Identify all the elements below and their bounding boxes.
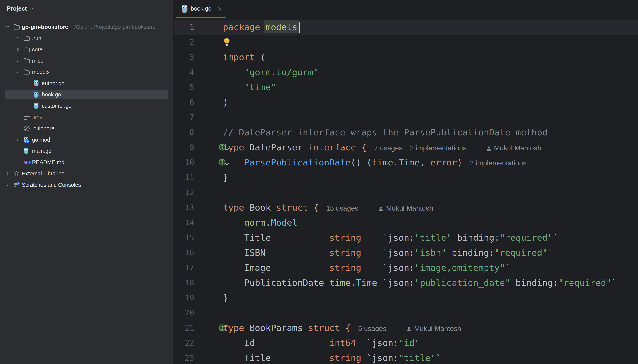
tree-item-models[interactable]: models	[0, 66, 173, 78]
inlay-hint[interactable]: 5 usages	[358, 325, 386, 332]
scratches-icon	[13, 182, 20, 188]
tree-item-misc[interactable]: misc	[0, 55, 173, 66]
go-file-icon	[23, 148, 29, 154]
author-icon	[378, 206, 384, 212]
code-token: }	[223, 172, 228, 182]
code-token: `	[611, 278, 617, 288]
code-token: binding:	[452, 232, 500, 243]
tree-item-core[interactable]: core	[0, 44, 173, 55]
code-line-17[interactable]: Image string `json:"image,omitempty"`	[223, 260, 638, 275]
code-token: Id	[223, 338, 329, 348]
code-token: "required"	[494, 248, 547, 258]
editor-area[interactable]: book.go 1package models23import (4 "gorm…	[174, 0, 638, 364]
code-token: Title	[223, 232, 329, 243]
code-line-18[interactable]: PublicationDate time.Time `json:"publica…	[223, 275, 638, 290]
chevron-down-icon[interactable]	[30, 6, 34, 11]
code-line-13[interactable]: type Book struct {15 usagesMukul Mantosh	[223, 200, 638, 215]
code-token: )	[223, 97, 228, 107]
code-token: interface	[308, 142, 356, 152]
code-line-21[interactable]: type BookParams struct {5 usagesMukul Ma…	[223, 320, 638, 336]
inlay-hint[interactable]: 15 usages	[326, 204, 358, 212]
chevron-right-icon[interactable]	[16, 59, 20, 63]
code-line-5[interactable]: "time"	[223, 80, 638, 95]
tree-item-scratches-and-consoles[interactable]: Scratches and Consoles	[0, 179, 173, 190]
code-token: {	[356, 142, 367, 152]
code-line-14[interactable]: gorm.Model	[223, 215, 638, 230]
line-number: 15	[174, 230, 194, 245]
code-line-7[interactable]	[223, 110, 638, 125]
code-token: `json:	[356, 338, 398, 348]
chevron-down-icon[interactable]	[6, 25, 10, 29]
code-line-10[interactable]: ParsePublicationDate() (time.Time, error…	[223, 155, 638, 170]
line-number: 6	[174, 95, 194, 110]
code-line-11[interactable]: }	[223, 170, 638, 185]
code-token: ParsePublicationDate	[244, 157, 351, 168]
project-panel-title: Project	[7, 5, 27, 12]
code-line-22[interactable]: Id int64 `json:"id"`	[223, 336, 638, 350]
code-line-8[interactable]: // DateParser interface wraps the ParseP…	[223, 125, 638, 140]
author-hint[interactable]: Mukul Mantosh	[378, 204, 433, 212]
gutter-impl-up[interactable]	[196, 322, 208, 333]
code-line-2[interactable]	[223, 34, 638, 50]
code-token: "required"	[558, 278, 611, 288]
inlay-hint[interactable]: 7 usages	[374, 144, 402, 152]
tree-item-label: go-gin-bookstore~/GolandProjects/go-gin-…	[22, 21, 173, 32]
code-token: struct	[308, 323, 340, 333]
gutter-impl-down[interactable]	[196, 157, 208, 168]
chevron-down-icon[interactable]	[16, 70, 20, 74]
author-hint[interactable]: Mukul Mantosh	[486, 144, 541, 152]
tree-item-customer-go[interactable]: customer.go	[0, 100, 173, 112]
chevron-right-icon[interactable]	[16, 138, 20, 142]
tree-item--gitignore[interactable]: .gitignore	[0, 123, 173, 134]
tree-item-label: .env	[32, 112, 173, 123]
chevron-right-icon[interactable]	[16, 36, 20, 40]
code-line-6[interactable]: )	[223, 95, 638, 110]
gutter-separator	[220, 18, 220, 364]
code-line-9[interactable]: type DateParser interface {7 usages2 imp…	[223, 140, 638, 155]
tree-item--run[interactable]: .run	[0, 32, 173, 44]
tree-item-book-go[interactable]: book.go	[0, 89, 173, 100]
chevron-right-icon[interactable]	[6, 183, 10, 187]
tree-item-label: misc	[32, 55, 173, 66]
author-hint[interactable]: Mukul Mantosh	[406, 325, 461, 332]
code-token: int64	[329, 338, 356, 348]
tree-item-author-go[interactable]: author.go	[0, 78, 173, 89]
code-token: ,	[420, 157, 430, 168]
project-panel-header[interactable]: Project	[7, 5, 34, 12]
code-line-15[interactable]: Title string `json:"title" binding:"requ…	[223, 230, 638, 245]
tree-item--env[interactable]: .env	[0, 112, 173, 123]
gutter-impl-down[interactable]	[196, 142, 208, 153]
code-line-16[interactable]: ISBN string `json:"isbn" binding:"requir…	[223, 245, 638, 260]
markdown-icon: M	[23, 159, 32, 166]
code-token: {	[308, 202, 319, 213]
folder-icon	[23, 35, 30, 42]
tree-item-label: customer.go	[42, 100, 173, 112]
code-line-20[interactable]	[223, 305, 638, 320]
code-line-3[interactable]: import (	[223, 50, 638, 65]
tree-item-go-gin-bookstore[interactable]: go-gin-bookstore~/GolandProjects/go-gin-…	[0, 21, 173, 32]
code-token	[223, 217, 244, 228]
code-line-4[interactable]: "gorm.io/gorm"	[223, 65, 638, 80]
line-number: 20	[174, 305, 194, 320]
code-line-23[interactable]: Title string `json:"title"`	[223, 350, 638, 364]
inlay-hint[interactable]: 2 implementations	[410, 144, 466, 152]
chevron-right-icon[interactable]	[6, 172, 10, 176]
code-line-19[interactable]: }	[223, 290, 638, 305]
chevron-right-icon[interactable]	[16, 48, 20, 52]
code-token: "isbn"	[415, 248, 446, 258]
intention-bulb-icon[interactable]	[223, 38, 231, 47]
tree-item-readme-md[interactable]: MREADME.md	[0, 156, 173, 168]
code-token: ISBN	[223, 248, 329, 258]
tree-item-go-mod[interactable]: mgo.mod	[0, 134, 173, 145]
code-line-1[interactable]: package models	[223, 20, 638, 34]
close-icon[interactable]	[217, 6, 222, 12]
go-file-icon	[34, 80, 39, 87]
line-number: 16	[174, 245, 194, 260]
inlay-hint[interactable]: 2 implementations	[470, 159, 526, 167]
tree-item-external-libraries[interactable]: External Libraries	[0, 168, 173, 179]
code-line-12[interactable]	[223, 185, 638, 200]
code-token: (	[255, 52, 266, 62]
folder-icon	[13, 24, 20, 30]
tab-book-go[interactable]: book.go	[175, 0, 227, 18]
tree-item-main-go[interactable]: main.go	[0, 145, 173, 156]
